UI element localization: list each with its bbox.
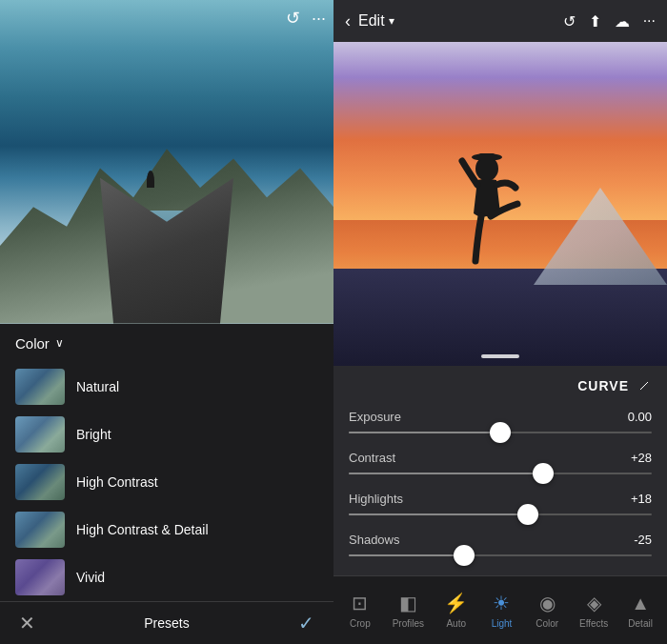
preset-item-high-contrast-detail[interactable]: High Contrast & Detail [0,506,334,553]
slider-track[interactable] [349,473,652,474]
preset-item-vivid[interactable]: Vivid [0,553,334,601]
tab-crop[interactable]: ⊡Crop [339,588,381,633]
right-photo [334,42,667,366]
slider-thumb[interactable] [533,463,554,484]
preset-item-bright[interactable]: Bright [0,411,334,458]
right-controls: CURVE ⟋ Exposure 0.00 Contrast +28 Highl… [334,366,667,575]
preset-thumb-natural [15,369,65,405]
svg-rect-2 [479,153,495,161]
preset-thumb-high-contrast [15,464,65,500]
ellipsis-icon[interactable]: ··· [643,12,656,30]
tab-color[interactable]: ◉Color [526,588,568,633]
preset-name-bright: Bright [76,427,111,442]
slider-label-text: Shadows [349,533,399,547]
slider-label-text: Exposure [349,410,401,424]
right-bottom-bar: ⊡Crop◧Profiles⚡Auto☀Light◉Color◈Effects▲… [334,575,667,644]
presets-label: Presets [144,615,189,631]
preset-item-high-contrast[interactable]: High Contrast [0,458,334,506]
curve-label: CURVE [577,378,629,393]
tab-icon-profiles: ◧ [399,592,417,614]
tab-icon-detail: ▲ [631,593,650,614]
slider-value-text: -25 [634,533,652,547]
left-photo: ↺ ··· [0,0,334,324]
slider-row-shadows: Shadows -25 [349,533,652,556]
slider-label-row: Shadows -25 [349,533,652,547]
slider-thumb[interactable] [454,545,475,566]
bottom-tabs: ⊡Crop◧Profiles⚡Auto☀Light◉Color◈Effects▲… [337,588,663,633]
tab-icon-auto: ⚡ [444,592,468,614]
slider-fill [349,473,543,474]
tab-label-auto: Auto [446,618,466,629]
left-panel: ↺ ··· Color ∨ NaturalBrightHigh Contrast… [0,0,334,644]
back-icon[interactable]: ‹ [345,11,351,31]
preset-list: NaturalBrightHigh ContrastHigh Contrast … [0,363,334,601]
cancel-button[interactable]: ✕ [19,612,35,634]
scroll-indicator [481,354,519,358]
tab-label-crop: Crop [350,618,371,629]
preset-name-high-contrast: High Contrast [76,474,158,490]
tab-effects[interactable]: ◈Effects [572,588,616,633]
color-header-text: Color [15,335,50,352]
tab-auto[interactable]: ⚡Auto [435,588,477,633]
slider-row-contrast: Contrast +28 [349,451,652,474]
curve-header: CURVE ⟋ [349,377,652,394]
left-menu-section: Color ∨ NaturalBrightHigh ContrastHigh C… [0,324,334,601]
right-top-bar: ‹ Edit ▾ ↺ ⬆ ☁ ··· [334,0,667,42]
tab-label-light: Light [492,618,513,629]
right-panel: ‹ Edit ▾ ↺ ⬆ ☁ ··· [334,0,667,644]
undo-action-icon[interactable]: ↺ [563,12,576,30]
left-bottom-bar: ✕ Presets ✓ [0,601,334,644]
preset-name-natural: Natural [76,379,119,394]
tab-icon-color: ◉ [539,592,556,614]
share-icon[interactable]: ⬆ [589,12,601,30]
slider-value-text: +18 [631,492,652,506]
tab-profiles[interactable]: ◧Profiles [385,588,432,633]
tab-light[interactable]: ☀Light [480,588,522,633]
slider-track[interactable] [349,554,652,556]
preset-thumb-bright [15,416,65,453]
slider-thumb[interactable] [517,504,538,525]
slider-label-row: Highlights +18 [349,492,652,506]
slider-fill [349,432,500,433]
edit-chevron-icon: ▾ [389,14,394,28]
slider-track[interactable] [349,513,652,515]
slider-fill [349,554,464,556]
preset-thumb-vivid [15,559,65,595]
tab-icon-light: ☀ [493,592,510,614]
tab-label-effects: Effects [579,618,608,629]
left-top-bar: ↺ ··· [286,8,326,29]
slider-row-exposure: Exposure 0.00 [349,410,652,433]
tab-detail[interactable]: ▲Detail [619,589,661,633]
figure [147,171,154,188]
slider-value-text: +28 [631,451,652,465]
preset-item-natural[interactable]: Natural [0,363,334,411]
curve-icon[interactable]: ⟋ [637,377,652,394]
cloud-icon[interactable]: ☁ [615,12,630,30]
slider-fill [349,513,528,515]
slider-thumb[interactable] [490,422,511,443]
slider-label-text: Highlights [349,492,403,506]
tab-label-profiles: Profiles [393,618,424,629]
tab-label-detail: Detail [628,618,653,629]
tab-label-color: Color [536,618,558,629]
preset-name-high-contrast-detail: High Contrast & Detail [76,522,209,537]
slider-label-row: Contrast +28 [349,451,652,465]
preset-name-vivid: Vivid [76,570,105,585]
color-header[interactable]: Color ∨ [0,324,334,363]
undo-icon[interactable]: ↺ [286,8,300,29]
slider-label-text: Contrast [349,451,395,465]
more-icon[interactable]: ··· [312,9,326,29]
sliders-container: Exposure 0.00 Contrast +28 Highlights +1… [349,410,652,556]
color-chevron-icon: ∨ [55,336,64,350]
slider-row-highlights: Highlights +18 [349,492,652,515]
tab-icon-effects: ◈ [587,592,601,614]
slider-track[interactable] [349,432,652,433]
edit-label: Edit ▾ [358,12,550,30]
slider-value-text: 0.00 [628,410,652,424]
person-silhouette [451,151,527,285]
preset-thumb-high-contrast-detail [15,512,65,548]
edit-text: Edit [358,12,385,30]
tab-icon-crop: ⊡ [352,592,368,614]
confirm-button[interactable]: ✓ [298,612,314,634]
